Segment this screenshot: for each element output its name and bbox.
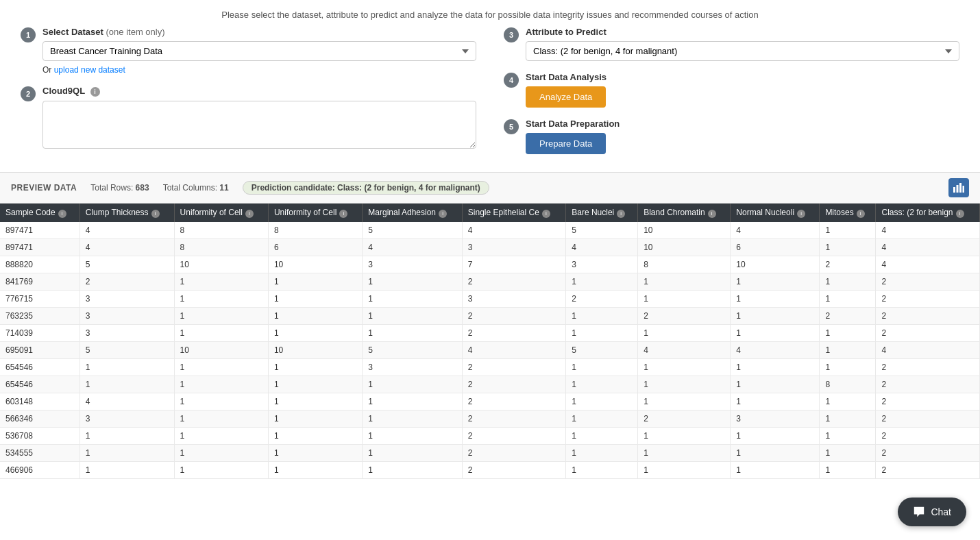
step-4-row: 4 Start Data Analysis Analyze Data [504,72,959,108]
table-cell: 4 [731,341,820,358]
table-cell: 5 [566,222,638,239]
table-cell: 534555 [0,444,79,461]
svg-rect-0 [953,187,955,193]
table-cell: 1 [820,393,876,410]
step-1-circle: 1 [21,27,36,42]
table-cell: 10 [174,256,268,273]
table-cell: 4 [876,341,980,358]
table-cell: 466906 [0,461,79,478]
step-3-row: 3 Attribute to Predict Class: (2 for ben… [504,27,959,61]
step-2-label: Cloud9QL i [42,86,476,97]
column-info-icon[interactable]: i [617,210,625,218]
table-cell: 1 [268,461,362,478]
table-cell: 10 [174,341,268,358]
prepare-data-button[interactable]: Prepare Data [526,133,606,154]
table-cell: 7 [462,256,565,273]
table-cell: 1 [566,307,638,324]
column-info-icon[interactable]: i [708,210,716,218]
column-info-icon[interactable]: i [857,210,865,218]
table-cell: 1 [638,427,731,444]
table-row: 695091510105454414 [0,341,980,358]
analyze-data-button[interactable]: Analyze Data [526,86,606,108]
column-info-icon[interactable]: i [439,210,447,218]
preview-stats-rows: Total Rows: 683 [90,183,149,193]
table-cell: 1 [820,358,876,376]
table-cell: 2 [462,307,565,324]
cloud9ql-info-icon[interactable]: i [90,87,100,97]
table-cell: 2 [876,376,980,393]
table-cell: 3 [79,410,174,427]
table-cell: 1 [174,461,268,478]
table-cell: 2 [638,410,731,427]
table-cell: 1 [820,444,876,461]
table-cell: 1 [268,358,362,376]
cloud9ql-input[interactable] [42,101,476,149]
table-cell: 1 [820,324,876,341]
table-cell: 4 [638,341,731,358]
table-cell: 10 [268,256,362,273]
table-cell: 1 [566,358,638,376]
table-cell: 1 [363,376,463,393]
table-cell: 1 [820,290,876,307]
table-cell: 2 [462,376,565,393]
table-cell: 776715 [0,290,79,307]
table-cell: 654546 [0,376,79,393]
table-cell: 841769 [0,273,79,290]
column-header: Mitosesi [820,204,876,222]
preview-stats-cols: Total Columns: 11 [163,183,229,193]
column-info-icon[interactable]: i [542,210,550,218]
table-cell: 10 [268,341,362,358]
table-cell: 8 [268,222,362,239]
table-cell: 1 [731,444,820,461]
table-cell: 1 [363,461,463,478]
table-cell: 1 [638,273,731,290]
table-cell: 4 [363,238,463,256]
table-row: 7632353111212122 [0,307,980,324]
table-cell: 10 [638,222,731,239]
table-cell: 1 [731,307,820,324]
table-cell: 1 [174,307,268,324]
table-cell: 897471 [0,222,79,239]
table-cell: 1 [79,427,174,444]
table-row: 8417692111211112 [0,273,980,290]
table-cell: 1 [566,324,638,341]
table-cell: 2 [566,290,638,307]
table-cell: 695091 [0,341,79,358]
table-cell: 1 [820,341,876,358]
table-cell: 4 [79,238,174,256]
table-cell: 1 [174,324,268,341]
table-cell: 3 [79,324,174,341]
table-cell: 1 [174,444,268,461]
upload-link[interactable]: upload new dataset [54,65,125,75]
table-cell: 10 [638,238,731,256]
table-cell: 1 [731,273,820,290]
column-info-icon[interactable]: i [339,210,347,218]
table-cell: 2 [462,393,565,410]
table-cell: 3 [79,307,174,324]
table-cell: 1 [566,461,638,478]
table-cell: 2 [462,273,565,290]
table-cell: 1 [731,427,820,444]
column-header: Single Epithelial Cei [462,204,565,222]
column-info-icon[interactable]: i [956,210,964,218]
column-info-icon[interactable]: i [797,210,805,218]
table-cell: 4 [876,222,980,239]
chart-icon-button[interactable] [948,178,969,197]
table-cell: 1 [363,273,463,290]
column-info-icon[interactable]: i [58,210,66,218]
table-cell: 5 [566,341,638,358]
table-cell: 4 [566,238,638,256]
table-cell: 1 [820,222,876,239]
table-cell: 1 [268,393,362,410]
column-header: Bland Chromatini [638,204,731,222]
table-cell: 1 [363,410,463,427]
table-cell: 3 [363,256,463,273]
column-info-icon[interactable]: i [151,210,160,218]
data-table-wrapper[interactable]: Sample CodeiClump ThicknessiUniformity o… [0,204,980,479]
table-cell: 3 [731,410,820,427]
attribute-select[interactable]: Class: (2 for benign, 4 for malignant) [526,41,959,61]
step-1-row: 1 Select Dataset (one item only) Breast … [21,27,476,75]
column-info-icon[interactable]: i [245,210,254,218]
table-cell: 1 [638,393,731,410]
dataset-select[interactable]: Breast Cancer Training Data [42,41,476,61]
